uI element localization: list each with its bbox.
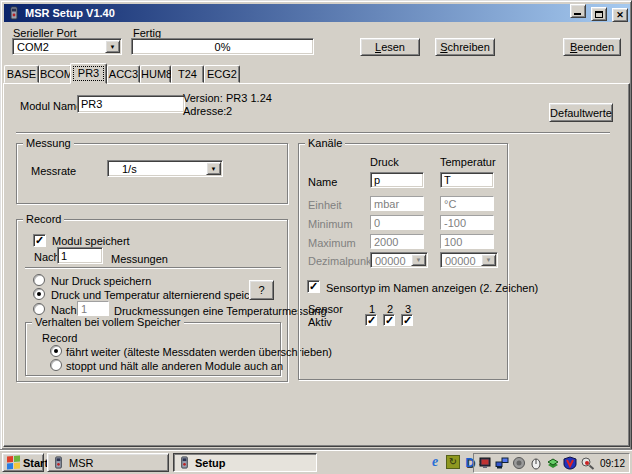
name-druck-input[interactable] xyxy=(370,172,424,188)
messrate-dropdown-button[interactable]: ▼ xyxy=(206,162,221,175)
aktiv-3-checkbox[interactable]: ✓ xyxy=(401,314,413,326)
module-saves-checkbox[interactable]: ✓ xyxy=(33,234,46,247)
taskbar: Start MSR Setup e ↻ D » 09:12 xyxy=(0,450,632,474)
module-name-input[interactable] xyxy=(77,95,185,113)
radio-continue[interactable] xyxy=(50,345,62,357)
tab-acc3[interactable]: ACC3 xyxy=(107,65,140,83)
dezimalpunkt-temperatur-select: 00000 ▼ xyxy=(440,252,498,268)
read-button-rest: esen xyxy=(381,41,405,53)
close-icon: ✕ xyxy=(616,11,624,20)
row-einheit-label: Einheit xyxy=(308,199,342,211)
quicklaunch-ie-icon[interactable]: e xyxy=(427,454,443,470)
serial-port-value: COM2 xyxy=(17,41,104,53)
after-n-count-input xyxy=(77,301,109,316)
address-value: 2 xyxy=(226,105,232,117)
check-icon: ✓ xyxy=(309,280,318,293)
tab-page-pr3: Modul Name: Version: PR3 1.24 Adresse: 2… xyxy=(3,83,630,447)
tray-card-icon[interactable] xyxy=(546,456,561,471)
kanaele-group-title: Kanäle xyxy=(305,137,345,149)
task-button-msr-label: MSR xyxy=(69,457,93,469)
einheit-druck-input xyxy=(370,196,424,211)
write-button-rest: chreiben xyxy=(448,41,490,53)
progress-value: 0% xyxy=(215,41,231,53)
measurements-label: Messungen xyxy=(111,253,168,265)
full-memory-record-label: Record xyxy=(42,332,77,344)
setup-app-icon xyxy=(178,456,191,469)
start-button[interactable]: Start xyxy=(2,453,44,472)
radio-after-n-label[interactable]: Nach xyxy=(51,304,77,316)
exit-button[interactable]: Beenden xyxy=(563,38,621,56)
dezimalpunkt-druck-select: 00000 ▼ xyxy=(370,252,428,268)
app-icon xyxy=(6,6,21,21)
tray-shield-icon[interactable] xyxy=(563,456,578,471)
refresh-icon: ↻ xyxy=(446,455,460,469)
aktiv-1-checkbox[interactable]: ✓ xyxy=(365,314,377,326)
tab-hum8[interactable]: HUM8 xyxy=(140,65,171,83)
serial-port-select[interactable]: COM2 ▼ xyxy=(12,38,122,55)
after-label: Nach xyxy=(34,251,60,263)
task-button-setup[interactable]: Setup xyxy=(173,453,317,472)
maximize-button[interactable] xyxy=(591,7,607,21)
minimum-temperatur-input xyxy=(440,215,494,230)
write-button[interactable]: Schreiben xyxy=(435,38,495,56)
row-maximum-label: Maximum xyxy=(308,237,356,249)
row-name-label: Name xyxy=(308,176,337,188)
radio-alternating[interactable] xyxy=(33,288,45,300)
radio-stop-all-label[interactable]: stoppt und hält alle anderen Module auch… xyxy=(66,360,283,372)
messrate-select[interactable]: 1/s ▼ xyxy=(107,160,223,177)
aktiv-2-checkbox[interactable]: ✓ xyxy=(383,314,395,326)
tray-volume-icon[interactable] xyxy=(512,456,527,471)
row-minimum-label: Minimum xyxy=(308,218,353,230)
taskbar-clock[interactable]: 09:12 xyxy=(600,458,625,469)
separator-line xyxy=(16,132,610,133)
tray-workstation-icon[interactable] xyxy=(478,456,493,471)
windows-logo-icon xyxy=(7,456,20,470)
window-title: MSR Setup V1.40 xyxy=(25,7,568,19)
defaults-button[interactable]: Defaultwerte xyxy=(549,103,613,122)
task-button-setup-label: Setup xyxy=(195,457,226,469)
close-button[interactable]: ✕ xyxy=(612,8,628,22)
chevron-down-icon: ▼ xyxy=(486,257,492,263)
messung-group: Messung Messrate 1/s ▼ xyxy=(16,143,288,204)
start-button-label: Start xyxy=(23,457,48,469)
sensortyp-checkbox[interactable]: ✓ xyxy=(307,280,320,293)
einheit-temperatur-input xyxy=(440,196,494,211)
check-icon: ✓ xyxy=(35,234,44,247)
serial-port-dropdown-button[interactable]: ▼ xyxy=(105,40,120,53)
read-button[interactable]: Lesen xyxy=(360,38,420,56)
tray-magnifier-icon[interactable] xyxy=(580,456,595,471)
radio-alternating-label[interactable]: Druck und Temperatur alternierend speich… xyxy=(51,289,272,301)
tray-network-icon[interactable] xyxy=(495,456,510,471)
tab-t24[interactable]: T24 xyxy=(171,65,204,83)
module-saves-label[interactable]: Modul speichert xyxy=(52,235,130,247)
tab-pr3[interactable]: PR3 xyxy=(70,63,107,84)
help-button[interactable]: ? xyxy=(249,280,274,300)
after-count-input[interactable] xyxy=(57,247,103,264)
titlebar[interactable]: MSR Setup V1.40 ✕ xyxy=(4,4,630,22)
radio-stop-all[interactable] xyxy=(50,359,62,371)
version-value: PR3 1.24 xyxy=(226,92,272,104)
tray-mouse-icon[interactable] xyxy=(529,456,544,471)
full-memory-group: Verhalten bei vollem Speicher Record fäh… xyxy=(25,322,281,376)
sensortyp-label[interactable]: Sensortyp im Namen anzeigen (2. Zeichen) xyxy=(326,282,538,294)
messrate-value: 1/s xyxy=(122,163,205,175)
full-memory-group-title: Verhalten bei vollem Speicher xyxy=(32,316,184,328)
name-temperatur-input[interactable] xyxy=(440,172,494,188)
check-icon: ✓ xyxy=(367,314,376,327)
chevron-down-icon: ▼ xyxy=(110,44,116,50)
record-group: Record ✓ Modul speichert Nach Messungen … xyxy=(16,219,288,382)
tab-bcom[interactable]: BCOM xyxy=(39,65,72,83)
radio-pressure-only[interactable] xyxy=(33,274,45,286)
quicklaunch-refresh-icon[interactable]: ↻ xyxy=(445,454,461,470)
dezimalpunkt-druck-value: 00000 xyxy=(375,255,410,267)
exit-button-rest: eenden xyxy=(577,41,614,53)
radio-after-n[interactable] xyxy=(33,303,45,315)
radio-pressure-only-label[interactable]: Nur Druck speichern xyxy=(51,275,151,287)
dezimalpunkt-temperatur-value: 00000 xyxy=(445,255,480,267)
tab-base[interactable]: BASE xyxy=(4,65,39,83)
minimize-button[interactable] xyxy=(570,4,586,18)
radio-continue-label[interactable]: fährt weiter (älteste Messdaten werden ü… xyxy=(66,346,332,358)
ie-icon: e xyxy=(432,454,438,470)
task-button-msr[interactable]: MSR xyxy=(47,453,169,472)
tab-ecg2[interactable]: ECG2 xyxy=(204,65,240,83)
